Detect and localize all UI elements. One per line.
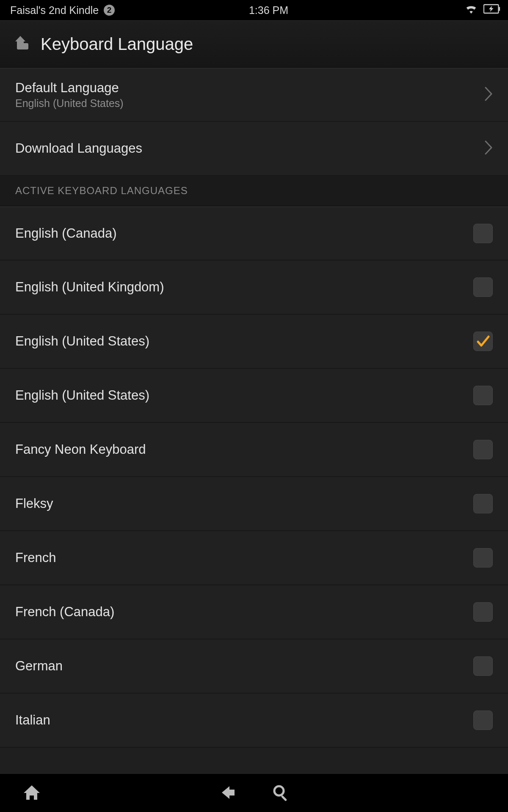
language-label: Fleksy xyxy=(15,496,473,511)
language-checkbox[interactable] xyxy=(473,656,493,676)
download-languages-label: Download Languages xyxy=(15,141,484,156)
language-checkbox[interactable] xyxy=(473,440,493,459)
language-row[interactable]: French xyxy=(0,531,508,585)
wifi-icon xyxy=(465,4,478,16)
home-icon[interactable] xyxy=(22,783,41,804)
bottom-nav xyxy=(0,774,508,812)
svg-point-6 xyxy=(274,786,284,796)
language-checkbox[interactable] xyxy=(473,332,493,351)
battery-charging-icon xyxy=(483,4,500,16)
status-bar[interactable]: Faisal's 2nd Kindle 2 1:36 PM xyxy=(0,0,508,20)
language-label: English (United States) xyxy=(15,334,473,349)
language-checkbox[interactable] xyxy=(473,548,493,568)
language-row[interactable]: Italian xyxy=(0,694,508,748)
svg-rect-1 xyxy=(499,7,500,11)
language-checkbox[interactable] xyxy=(473,602,493,622)
language-row[interactable]: French (Canada) xyxy=(0,585,508,639)
language-label: German xyxy=(15,658,473,674)
language-row[interactable]: English (Canada) xyxy=(0,206,508,261)
language-checkbox[interactable] xyxy=(473,277,493,297)
page-title: Keyboard Language xyxy=(41,35,193,54)
active-languages-header: ACTIVE KEYBOARD LANGUAGES xyxy=(0,176,508,206)
language-row[interactable]: English (United States) xyxy=(0,369,508,423)
language-label: Italian xyxy=(15,713,473,728)
chevron-right-icon xyxy=(484,87,493,103)
default-language-label: Default Language xyxy=(15,80,484,96)
content-area: Default Language English (United States)… xyxy=(0,68,508,774)
language-row[interactable]: Fleksy xyxy=(0,477,508,531)
language-row[interactable]: German xyxy=(0,639,508,694)
language-checkbox[interactable] xyxy=(473,710,493,730)
page-header: Keyboard Language xyxy=(0,20,508,68)
language-checkbox[interactable] xyxy=(473,224,493,243)
language-list: English (Canada)English (United Kingdom)… xyxy=(0,206,508,748)
language-checkbox[interactable] xyxy=(473,386,493,405)
language-label: English (United Kingdom) xyxy=(15,280,473,295)
download-languages-row[interactable]: Download Languages xyxy=(0,122,508,176)
language-label: English (Canada) xyxy=(15,226,473,241)
language-row[interactable]: English (United States) xyxy=(0,315,508,369)
language-checkbox[interactable] xyxy=(473,494,493,513)
back-arrow-icon[interactable] xyxy=(218,783,237,804)
language-label: English (United States) xyxy=(15,388,473,403)
language-label: French (Canada) xyxy=(15,604,473,620)
search-icon[interactable] xyxy=(271,783,290,804)
language-row[interactable]: English (United Kingdom) xyxy=(0,261,508,315)
status-time: 1:36 PM xyxy=(72,4,465,16)
language-label: French xyxy=(15,550,473,565)
default-language-value: English (United States) xyxy=(15,97,484,110)
back-up-icon[interactable] xyxy=(12,34,30,54)
chevron-right-icon xyxy=(484,140,493,156)
svg-rect-5 xyxy=(19,44,27,47)
svg-marker-2 xyxy=(489,6,494,12)
language-row[interactable]: Fancy Neon Keyboard xyxy=(0,423,508,477)
language-label: Fancy Neon Keyboard xyxy=(15,442,473,457)
default-language-row[interactable]: Default Language English (United States) xyxy=(0,68,508,122)
svg-rect-7 xyxy=(281,795,287,801)
